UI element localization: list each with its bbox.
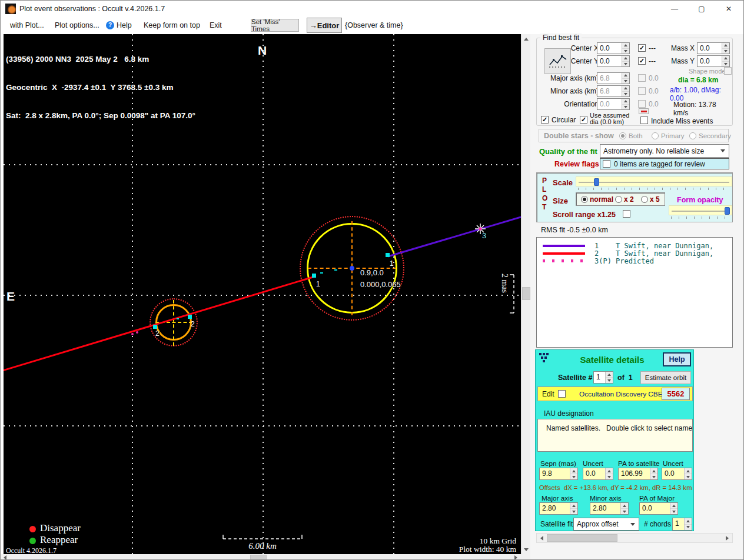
chord2-swatch-icon (543, 252, 585, 255)
minimize-button[interactable]: — (661, 1, 688, 17)
satellite-help-button[interactable]: Help (663, 352, 691, 366)
double-both-radio[interactable] (619, 132, 626, 139)
scale-slider-thumb[interactable] (594, 178, 599, 186)
observation-row[interactable]: 2 T Swift, near Dunnigan, (543, 249, 732, 257)
form-opacity-slider[interactable] (669, 205, 732, 215)
mass-y-spinner[interactable]: 0.0 (697, 55, 730, 67)
edit-checkbox[interactable] (558, 390, 566, 398)
menu-plot-options[interactable]: Plot options... (55, 21, 99, 29)
orientation-value: 0.0 (597, 99, 622, 109)
size-x2-radio[interactable] (615, 196, 622, 203)
sat-major-spinner[interactable]: 2.80 (539, 502, 578, 515)
center-x-label: Center X (554, 44, 599, 52)
menu-keep-on-top[interactable]: Keep form on top (144, 21, 200, 29)
minor-axis-checkbox[interactable] (638, 87, 646, 95)
pa-spinner[interactable]: 106.99 (618, 468, 658, 480)
menu-help[interactable]: Help (117, 21, 132, 29)
spinner-arrows-icon[interactable] (570, 503, 577, 514)
review-flags-checkbox[interactable] (603, 160, 610, 168)
major-axis-spinner[interactable]: 6.8 (597, 72, 630, 84)
mass-x-spinner[interactable]: 0.0 (697, 42, 730, 54)
scroll-up-icon[interactable] (522, 34, 531, 44)
size-x5-radio[interactable] (641, 196, 648, 203)
spinner-arrows-icon[interactable] (622, 73, 629, 84)
plot-hscrollbar[interactable] (1, 554, 521, 560)
size-normal-radio[interactable] (581, 196, 588, 203)
satellite-fit-combobox[interactable]: Approx offset (573, 518, 639, 531)
orientation-spinner[interactable]: 0.0 (597, 98, 630, 110)
scroll-down-icon[interactable] (522, 545, 531, 554)
find-best-fit-group: Find best fit Center X 0.0 --- Mass X 0.… (536, 38, 733, 126)
satellite-number-spinner[interactable]: 1 (593, 371, 613, 384)
disappear-label: Disappear (40, 522, 81, 534)
plot-canvas[interactable]: (33956) 2000 NN3 2025 May 2 6.8 km Geoce… (4, 34, 521, 554)
circular-checkbox[interactable] (541, 116, 549, 124)
pa-of-major-spinner[interactable]: 0.0 (639, 502, 678, 515)
plot-vscrollbar[interactable] (521, 34, 530, 554)
panel-hscroll-thumb[interactable] (547, 534, 617, 542)
panel-hscrollbar[interactable] (536, 533, 733, 543)
opacity-slider-thumb[interactable] (725, 207, 730, 215)
menu-exit[interactable]: Exit (210, 21, 222, 29)
scroll-right-icon[interactable] (512, 554, 520, 560)
double-primary-radio[interactable] (652, 132, 659, 139)
shape-model-checkbox[interactable] (724, 67, 732, 75)
spinner-arrows-icon[interactable] (620, 503, 628, 514)
use-assumed-checkbox[interactable] (580, 116, 587, 124)
spinner-arrows-icon[interactable] (670, 503, 677, 514)
vscroll-thumb[interactable] (522, 287, 530, 300)
spinner-arrows-icon[interactable] (650, 468, 657, 479)
quality-value: Astrometry only. No reliable size (603, 147, 704, 155)
scroll-range-checkbox[interactable] (623, 210, 630, 218)
observer-time-label[interactable]: {Observer & time} (345, 21, 403, 29)
close-button[interactable]: ✕ (715, 1, 742, 17)
red-line-style-button[interactable] (639, 108, 649, 114)
major-axis-checkbox[interactable] (638, 74, 646, 82)
scroll-left-icon[interactable] (1, 554, 9, 560)
plot-width-label: Plot width: 40 km (459, 545, 516, 554)
sepn-spinner[interactable]: 9.8 (539, 468, 578, 480)
spinner-arrows-icon[interactable] (605, 372, 613, 383)
observation-row[interactable]: 1 T Swift, near Dunnigan, (543, 242, 732, 249)
spinner-arrows-icon[interactable] (622, 43, 629, 54)
double-secondary-radio[interactable] (689, 132, 696, 139)
spinner-arrows-icon[interactable] (722, 43, 729, 54)
hscroll-thumb[interactable] (250, 555, 267, 560)
spinner-arrows-icon[interactable] (570, 468, 577, 479)
observations-listbox[interactable]: 1 T Swift, near Dunnigan, 2 T Swift, nea… (536, 237, 733, 348)
spinner-arrows-icon[interactable] (622, 99, 629, 109)
spinner-arrows-icon[interactable] (622, 86, 629, 96)
menu-with-plot[interactable]: with Plot... (10, 21, 44, 29)
sat-minor-spinner[interactable]: 2.80 (590, 502, 629, 515)
spinner-arrows-icon[interactable] (684, 518, 692, 530)
spinner-arrows-icon[interactable] (722, 56, 729, 66)
quality-combobox[interactable]: Astrometry only. No reliable size (600, 144, 729, 158)
minor-axis-spinner[interactable]: 6.8 (597, 85, 630, 97)
uncert2-spinner[interactable]: 0.0 (662, 468, 692, 480)
scroll-left-icon[interactable] (537, 534, 547, 542)
center-y-spinner[interactable]: 0.0 (597, 55, 630, 67)
chords-spinner[interactable]: 1 (672, 518, 692, 531)
chords-value: 1 (673, 518, 684, 530)
center-x-spinner[interactable]: 0.0 (597, 42, 630, 54)
named-satellites-listbox[interactable]: Named satellites. Double click to select… (537, 419, 693, 452)
observation-row[interactable]: 3(P) Predicted (543, 257, 732, 265)
maximize-button[interactable]: ▢ (688, 1, 715, 17)
spinner-arrows-icon[interactable] (622, 56, 629, 66)
mass-y-label: Mass Y (667, 57, 695, 65)
center-y-checkbox[interactable] (638, 57, 646, 65)
spinner-arrows-icon[interactable] (605, 468, 613, 479)
cbet-number[interactable]: 5562 (662, 388, 690, 400)
include-miss-checkbox[interactable] (640, 116, 648, 124)
spinner-arrows-icon[interactable] (684, 468, 692, 479)
set-miss-times-button[interactable]: Set 'Miss' Times (251, 19, 299, 32)
orientation-checkbox[interactable] (638, 100, 646, 108)
scale-slider[interactable] (576, 176, 732, 186)
estimate-orbit-button[interactable]: Estimate orbit (640, 371, 691, 384)
editor-button[interactable]: →Editor (307, 18, 342, 33)
center-x-checkbox[interactable] (638, 44, 646, 52)
sat-minor-value: 2.80 (590, 503, 620, 514)
scroll-right-icon[interactable] (722, 534, 732, 542)
event-marker (153, 325, 157, 329)
uncert1-spinner[interactable]: 0.0 (583, 468, 613, 480)
